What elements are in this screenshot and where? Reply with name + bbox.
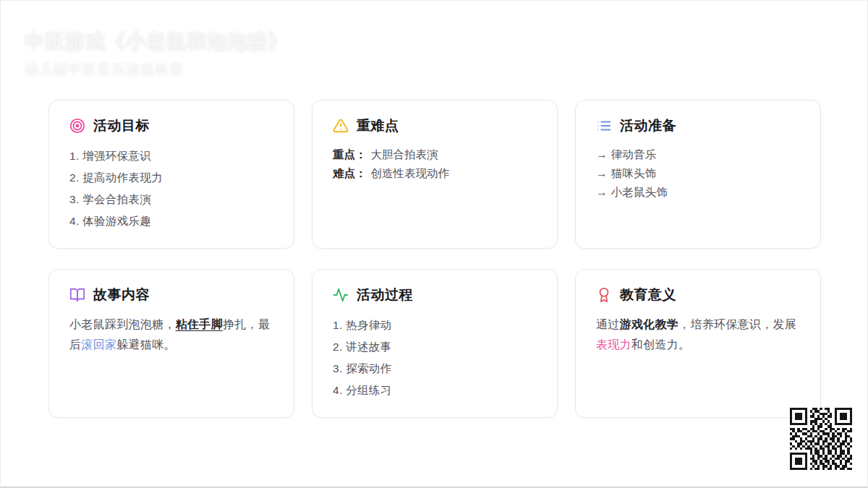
- card-grid: 活动目标 1. 增强环保意识 2. 提高动作表现力 3. 学会合拍表演 4. 体…: [48, 100, 821, 418]
- card-title: 重难点: [357, 116, 399, 135]
- list-item: 1. 增强环保意识: [69, 145, 273, 167]
- target-icon: [69, 118, 85, 134]
- keypoint-value: 创造性表现动作: [371, 167, 450, 179]
- card-process: 活动过程 1. 热身律动 2. 讲述故事 3. 探索动作 4. 分组练习: [312, 269, 558, 418]
- alert-triangle-icon: [333, 118, 349, 134]
- qr-code: [790, 408, 852, 470]
- list-item: → 猫咪头饰: [596, 164, 800, 183]
- goals-list: 1. 增强环保意识 2. 提高动作表现力 3. 学会合拍表演 4. 体验游戏乐趣: [69, 145, 273, 232]
- list-item: → 小老鼠头饰: [596, 183, 800, 202]
- meaning-text-part: 和创造力。: [631, 338, 691, 351]
- page: 中班游戏《小老鼠和泡泡糖》 幼儿园中班音乐游戏教案 活动目标 1. 增强环保意识…: [0, 0, 868, 488]
- book-open-icon: [69, 287, 85, 303]
- keypoint-row: 重点：大胆合拍表演: [333, 145, 537, 164]
- card-meaning: 教育意义 通过游戏化教学，培养环保意识，发展表现力和创造力。: [575, 269, 821, 418]
- process-list: 1. 热身律动 2. 讲述故事 3. 探索动作 4. 分组练习: [333, 314, 537, 401]
- story-text: 小老鼠踩到泡泡糖，粘住手脚挣扎，最后滚回家躲避猫咪。: [69, 314, 273, 355]
- keypoint-label: 重点：: [333, 148, 367, 160]
- meaning-text-part: ，培养环保意识，发展: [678, 318, 796, 330]
- list-item: → 律动音乐: [596, 145, 800, 164]
- story-text-part: 躲避猫咪。: [116, 338, 176, 351]
- card-key-points: 重难点 重点：大胆合拍表演 难点：创造性表现动作: [312, 100, 558, 249]
- meaning-text: 通过游戏化教学，培养环保意识，发展表现力和创造力。: [596, 314, 800, 355]
- list-item: 2. 讲述故事: [333, 336, 537, 358]
- card-title: 活动目标: [93, 116, 150, 135]
- meaning-highlight-pink: 表现力: [596, 338, 631, 351]
- card-story: 故事内容 小老鼠踩到泡泡糖，粘住手脚挣扎，最后滚回家躲避猫咪。: [48, 269, 294, 418]
- card-header: 故事内容: [69, 286, 273, 304]
- card-title: 活动过程: [357, 286, 413, 304]
- activity-icon: [333, 287, 349, 303]
- header: 中班游戏《小老鼠和泡泡糖》 幼儿园中班音乐游戏教案: [25, 30, 288, 77]
- card-header: 活动目标: [69, 116, 273, 135]
- meaning-emphasis: 游戏化教学: [620, 318, 679, 330]
- page-title: 中班游戏《小老鼠和泡泡糖》: [25, 30, 288, 51]
- card-header: 教育意义: [596, 286, 800, 304]
- keypoint-label: 难点：: [333, 167, 367, 179]
- story-text-part: 小老鼠踩到泡泡糖，: [69, 318, 176, 330]
- list-icon: [596, 118, 612, 134]
- keypoint-value: 大胆合拍表演: [371, 148, 438, 160]
- list-item: 1. 热身律动: [333, 314, 537, 336]
- list-item: 3. 学会合拍表演: [69, 189, 273, 210]
- keypoint-row: 难点：创造性表现动作: [333, 164, 537, 183]
- award-icon: [596, 287, 612, 303]
- list-item: 2. 提高动作表现力: [69, 167, 273, 189]
- card-header: 活动准备: [596, 116, 800, 135]
- card-activity-goals: 活动目标 1. 增强环保意识 2. 提高动作表现力 3. 学会合拍表演 4. 体…: [48, 100, 294, 249]
- preparation-list: → 律动音乐 → 猫咪头饰 → 小老鼠头饰: [596, 145, 800, 202]
- card-title: 活动准备: [620, 116, 676, 135]
- list-item: 3. 探索动作: [333, 358, 537, 380]
- card-header: 活动过程: [333, 286, 537, 304]
- list-item: 4. 分组练习: [333, 380, 537, 401]
- list-item: 4. 体验游戏乐趣: [69, 210, 273, 232]
- story-highlight-blue: 滚回家: [81, 338, 116, 351]
- meaning-text-part: 通过: [596, 318, 620, 330]
- card-title: 教育意义: [620, 286, 676, 304]
- card-title: 故事内容: [93, 286, 150, 304]
- card-header: 重难点: [333, 116, 537, 135]
- page-subtitle: 幼儿园中班音乐游戏教案: [25, 61, 288, 77]
- story-emphasis: 粘住手脚: [176, 318, 223, 330]
- card-preparation: 活动准备 → 律动音乐 → 猫咪头饰 → 小老鼠头饰: [575, 100, 821, 249]
